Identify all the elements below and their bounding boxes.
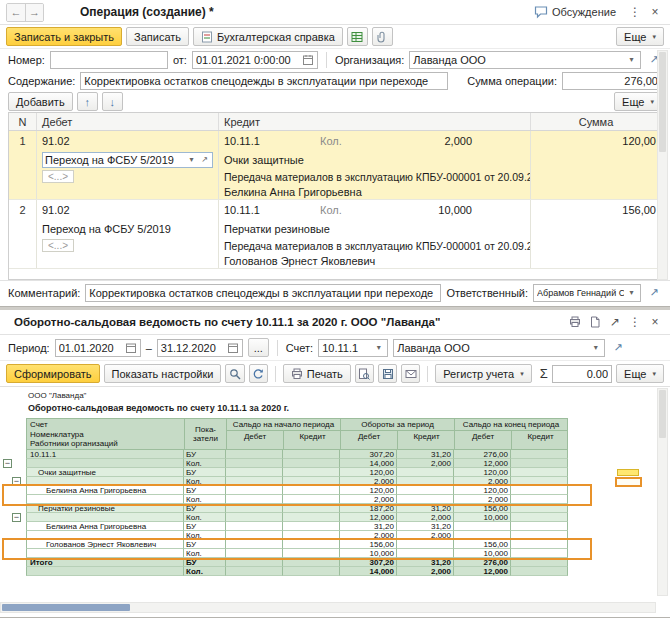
cell-value[interactable] — [283, 477, 340, 486]
operation-vertical-scrollbar[interactable] — [657, 50, 668, 280]
cell-value[interactable] — [511, 513, 568, 522]
cell-value[interactable]: 12,000 — [454, 567, 511, 576]
print-icon[interactable] — [566, 313, 584, 331]
cell-indicator[interactable]: Кол. — [184, 531, 226, 540]
cell-value[interactable] — [454, 522, 511, 531]
cell-indicator[interactable]: Кол. — [184, 495, 226, 504]
cell-value[interactable]: 120,00 — [454, 486, 511, 495]
cell-value[interactable]: 2,000 — [340, 495, 397, 504]
cell-label[interactable] — [26, 531, 184, 540]
cell-value[interactable]: 276,00 — [454, 450, 511, 459]
cell-value[interactable] — [283, 486, 340, 495]
cell-value[interactable] — [511, 540, 568, 549]
cell-value[interactable]: 12,000 — [340, 513, 397, 522]
cell-value[interactable] — [397, 540, 454, 549]
cell-value[interactable] — [283, 513, 340, 522]
cell-value[interactable]: 31,20 — [397, 450, 454, 459]
collapse-group-icon[interactable]: − — [12, 477, 21, 486]
move-down-button[interactable]: ↓ — [102, 92, 123, 111]
cell-label[interactable] — [26, 477, 184, 486]
debit-subconto-input[interactable]: Переход на ФСБУ 5/2019 ▾ ↗ — [42, 152, 213, 168]
calendar-icon[interactable] — [227, 342, 239, 354]
cell-value[interactable] — [226, 477, 283, 486]
scrollbar-thumb[interactable] — [659, 390, 666, 438]
cell-value[interactable] — [226, 450, 283, 459]
cell-value[interactable] — [226, 486, 283, 495]
cell-label[interactable]: Белкина Анна Григорьевна — [26, 486, 184, 495]
report-row[interactable]: 10.11.1 БУ 307,20 31,20 276,00 — [2, 450, 592, 459]
add-row-button[interactable]: Добавить — [8, 92, 73, 111]
cell-value[interactable] — [283, 549, 340, 558]
credit-subconto1-cell[interactable]: Очки защитные — [219, 150, 531, 169]
debit-account-cell[interactable]: 91.02 — [37, 131, 219, 150]
credit-subconto2-cell[interactable]: Передача материалов в эксплуатацию КПБУ-… — [219, 169, 531, 184]
cell-value[interactable] — [511, 522, 568, 531]
cell-indicator[interactable]: Кол. — [184, 549, 226, 558]
cell-value[interactable]: 2,000 — [397, 513, 454, 522]
period-to-input[interactable]: 31.12.2020 — [157, 339, 243, 357]
cell-value[interactable] — [454, 531, 511, 540]
cell-value[interactable] — [283, 522, 340, 531]
report-row[interactable]: Кол. 2,000 2,000 — [2, 531, 592, 540]
cell-label[interactable] — [26, 495, 184, 504]
cell-value[interactable] — [283, 450, 340, 459]
cell-value[interactable] — [511, 567, 568, 576]
scrollbar-thumb[interactable] — [659, 52, 666, 152]
cell-indicator[interactable]: БУ — [184, 450, 226, 459]
calendar-icon[interactable] — [302, 54, 314, 66]
empty-subconto[interactable]: <...> — [42, 170, 74, 183]
cell-value[interactable] — [226, 558, 283, 567]
cell-label[interactable]: 10.11.1 — [26, 450, 184, 459]
operation-sum-input[interactable]: 276,00 — [562, 72, 662, 90]
cell-value[interactable]: 120,00 — [340, 468, 397, 477]
cell-value[interactable]: 14,000 — [340, 567, 397, 576]
cell-value[interactable]: 2,000 — [397, 567, 454, 576]
cell-indicator[interactable]: БУ — [184, 468, 226, 477]
cell-value[interactable] — [283, 495, 340, 504]
show-settings-button[interactable]: Показать настройки — [104, 364, 222, 383]
cell-value[interactable] — [283, 468, 340, 477]
cell-value[interactable] — [226, 495, 283, 504]
responsible-input[interactable]: Абрамов Геннадий Сергеевич ▾ — [533, 284, 641, 302]
cell-value[interactable]: 12,000 — [454, 459, 511, 468]
credit-account-cell[interactable]: 10.11.1 Кол. 2,000 — [219, 131, 531, 150]
report-row[interactable]: Белкина Анна Григорьевна БУ 120,00 120,0… — [2, 486, 592, 495]
report-total-row[interactable]: Итого БУ 307,20 31,20 276,00 — [2, 558, 592, 567]
cell-value[interactable] — [511, 549, 568, 558]
cell-value[interactable] — [226, 567, 283, 576]
credit-subconto3-cell[interactable]: Голованов Эрнест Яковлевич — [219, 253, 531, 268]
cell-value[interactable]: 31,20 — [397, 558, 454, 567]
row-number-cell[interactable]: 2 — [9, 200, 37, 219]
cell-value[interactable] — [226, 522, 283, 531]
collapse-group-icon[interactable]: − — [12, 513, 21, 522]
cell-value[interactable] — [511, 531, 568, 540]
cell-value[interactable]: 120,00 — [454, 468, 511, 477]
debit-subconto-cell[interactable]: Переход на ФСБУ 5/2019 — [37, 219, 219, 238]
cell-value[interactable]: 2,000 — [454, 495, 511, 504]
cell-label[interactable]: Белкина Анна Григорьевна — [26, 522, 184, 531]
organization-dropdown-icon[interactable]: ▾ — [626, 55, 637, 64]
cell-value[interactable]: 31,20 — [397, 504, 454, 513]
cell-label[interactable] — [26, 459, 184, 468]
cell-value[interactable]: 276,00 — [454, 558, 511, 567]
subconto-dropdown-icon[interactable]: ▾ — [186, 155, 197, 164]
cell-value[interactable] — [283, 540, 340, 549]
period-from-input[interactable]: 01.01.2020 — [55, 339, 141, 357]
cell-value[interactable]: 2,000 — [340, 477, 397, 486]
collapse-group-icon[interactable]: − — [3, 459, 12, 468]
cell-value[interactable] — [226, 549, 283, 558]
report-row[interactable]: − Кол. 2,000 2,000 — [2, 477, 592, 486]
save-and-close-button[interactable]: Записать и закрыть — [6, 27, 122, 46]
cell-value[interactable]: 307,20 — [340, 558, 397, 567]
report-row[interactable]: Очки защитные БУ 120,00 120,00 — [2, 468, 592, 477]
report-total-row[interactable]: Кол. 14,000 2,000 12,000 — [2, 567, 592, 576]
cell-label[interactable]: Очки защитные — [26, 468, 184, 477]
cell-value[interactable] — [283, 558, 340, 567]
cell-value[interactable] — [226, 540, 283, 549]
document-icon[interactable] — [586, 313, 604, 331]
cell-value[interactable] — [511, 477, 568, 486]
organization-input[interactable]: Лаванда ООО ▾ — [409, 51, 641, 69]
cell-value[interactable]: 120,00 — [340, 486, 397, 495]
cell-value[interactable]: 2,000 — [454, 477, 511, 486]
operation-more-button[interactable]: Еще ▾ — [616, 27, 664, 46]
